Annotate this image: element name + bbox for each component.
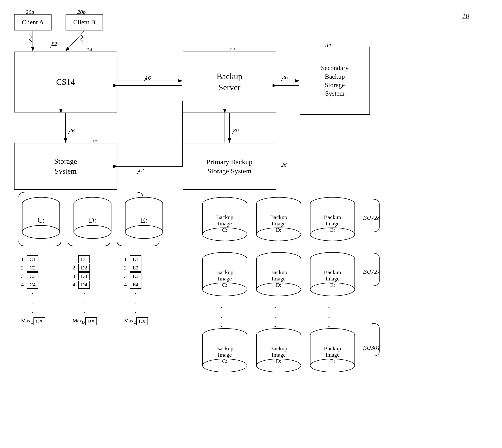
bu728-d-cylinder: Backup Image D: <box>255 197 302 244</box>
svg-text:Image: Image <box>272 221 286 226</box>
ex: EX <box>136 317 148 325</box>
svg-text:30: 30 <box>233 128 239 134</box>
bu727-e-cylinder: Backup Image E: <box>309 252 356 299</box>
d4: D4 <box>78 281 90 289</box>
bu301-e-cylinder: Backup Image E: <box>309 328 356 375</box>
svg-text:Backup: Backup <box>270 269 287 275</box>
svg-text:Backup: Backup <box>324 214 341 220</box>
svg-text:Backup: Backup <box>216 214 233 220</box>
svg-text:D:: D: <box>89 216 96 224</box>
ref-34: 34 <box>325 42 331 48</box>
bu301-label: BU301 <box>363 344 380 352</box>
svg-text:Image: Image <box>272 275 286 282</box>
e2: E2 <box>130 264 141 272</box>
svg-text:Backup: Backup <box>270 345 287 352</box>
ref-24: 24 <box>91 138 97 144</box>
svg-text:D:: D: <box>276 282 281 288</box>
primary-backup-label: Primary Backup Storage System <box>207 157 252 176</box>
svg-line-5 <box>50 43 53 48</box>
svg-text:Image: Image <box>218 352 232 358</box>
svg-point-34 <box>74 225 111 239</box>
svg-text:Backup: Backup <box>216 345 233 352</box>
svg-text:Backup: Backup <box>216 269 233 275</box>
svg-text:Image: Image <box>218 275 232 282</box>
svg-text:16: 16 <box>145 75 151 81</box>
client-b-label: Client B <box>73 18 95 27</box>
bu727-d-cylinder: Backup Image D: <box>255 252 302 299</box>
c-list: 1C1 2C2 3C3 4C4 · · · MaxC CX <box>21 256 45 325</box>
svg-line-21 <box>232 130 234 135</box>
svg-text:Image: Image <box>325 221 339 226</box>
bu728-c-cylinder: Backup Image C: <box>201 197 248 244</box>
ref-10: 10 <box>462 12 469 20</box>
svg-text:C:: C: <box>37 216 45 224</box>
svg-line-9 <box>144 77 146 82</box>
dx: DX <box>85 317 97 325</box>
svg-text:Image: Image <box>272 352 286 358</box>
d2: D2 <box>78 264 90 272</box>
secondary-backup-label: Secondary Backup Storage System <box>321 64 349 98</box>
ref-26-primary: 26 <box>281 162 287 168</box>
svg-text:Image: Image <box>218 221 232 226</box>
svg-text:E:: E: <box>141 216 147 224</box>
d-list: 1D1 2D2 3D3 4D4 · · · MaxD DX <box>73 256 97 325</box>
ref-20b: 20b <box>77 9 86 15</box>
svg-text:C:: C: <box>222 227 228 233</box>
c4: C4 <box>27 281 38 289</box>
svg-text:D:: D: <box>276 227 281 233</box>
e3: E3 <box>130 272 141 280</box>
svg-line-13 <box>281 77 283 81</box>
svg-text:C:: C: <box>222 358 228 364</box>
ref-20a: 20a <box>26 9 34 15</box>
svg-text:D:: D: <box>276 358 281 364</box>
svg-text:E:: E: <box>330 282 335 288</box>
d3: D3 <box>78 272 90 280</box>
ref-12-top: 12 <box>229 46 235 53</box>
cylinder-e: E: <box>124 197 164 241</box>
backup-server-label: Backup Server <box>217 71 242 93</box>
svg-line-17 <box>68 130 70 135</box>
svg-text:E:: E: <box>330 358 335 364</box>
secondary-backup-box: Secondary Backup Storage System <box>300 47 370 115</box>
d1: D1 <box>78 256 90 263</box>
cs14-label: CS14 <box>56 77 75 88</box>
bu727-c-cylinder: Backup Image C: <box>201 252 248 299</box>
e1: E1 <box>130 256 141 263</box>
svg-text:Backup: Backup <box>324 269 341 275</box>
bu728-label: BU728 <box>363 214 380 222</box>
svg-text:12: 12 <box>138 167 144 173</box>
bu301-d-cylinder: Backup Image D: <box>255 328 302 375</box>
svg-text:22: 22 <box>51 41 57 47</box>
ref-14: 14 <box>87 46 92 53</box>
svg-text:Image: Image <box>325 352 339 358</box>
svg-text:Backup: Backup <box>324 345 341 352</box>
svg-text:Backup: Backup <box>270 214 287 220</box>
svg-point-40 <box>125 225 163 239</box>
diagram: 10 Client A 20a Client B 20b CS14 14 Bac… <box>0 0 502 448</box>
cx: CX <box>33 317 45 325</box>
e-list: 1E1 2E2 3E3 4E4 · · · MaxE EX <box>124 256 148 325</box>
svg-line-3 <box>66 31 84 51</box>
svg-line-23 <box>137 170 139 175</box>
svg-text:26: 26 <box>69 128 75 134</box>
svg-text:E:: E: <box>330 227 335 233</box>
cylinder-c: C: <box>21 197 61 241</box>
cylinder-d: D: <box>73 197 112 241</box>
c1: C1 <box>27 256 38 263</box>
c2: C2 <box>27 264 38 272</box>
svg-text:36: 36 <box>282 74 288 80</box>
client-a-box: Client A <box>14 14 51 31</box>
bu728-e-cylinder: Backup Image E: <box>309 197 356 244</box>
primary-backup-box: Primary Backup Storage System <box>183 143 276 190</box>
svg-text:C:: C: <box>222 282 228 288</box>
e4: E4 <box>130 281 141 289</box>
bu727-label: BU727 <box>363 268 380 275</box>
svg-point-28 <box>22 225 60 239</box>
svg-text:Image: Image <box>325 275 339 282</box>
c3: C3 <box>27 272 38 280</box>
cs14-box: CS14 <box>14 51 117 112</box>
client-a-label: Client A <box>22 18 44 27</box>
storage-system-box: Storage System <box>14 143 117 190</box>
storage-system-label: Storage System <box>54 157 77 176</box>
client-b-box: Client B <box>66 14 103 31</box>
